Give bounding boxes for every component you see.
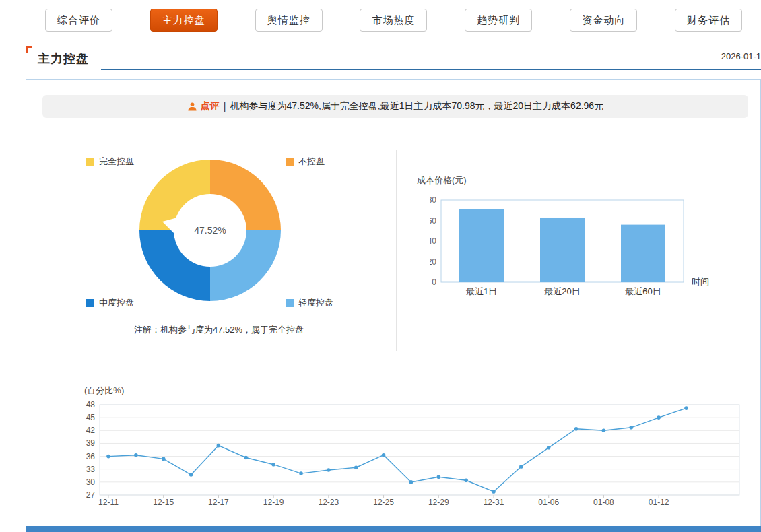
tab-item-1[interactable]: 主力控盘 (150, 9, 218, 32)
participation-line-svg: 273033363942454812-1112-1512-1712-1912-2… (73, 397, 754, 511)
tab-item-0[interactable]: 综合评价 (45, 9, 112, 32)
svg-text:45: 45 (86, 413, 96, 422)
comment-text: 机构参与度为47.52%,属于完全控盘,最近1日主力成本70.98元，最近20日… (230, 100, 603, 112)
cost-bar-svg: 020406080最近1日最近20日最近60日时间 (430, 188, 747, 312)
svg-text:47.52%: 47.52% (194, 225, 226, 236)
tab-item-6[interactable]: 财务评估 (675, 9, 742, 32)
tab-item-4[interactable]: 趋势研判 (465, 9, 532, 32)
legend-top-right: 不控盘 (286, 156, 325, 168)
svg-text:01-06: 01-06 (538, 498, 559, 507)
svg-text:12-25: 12-25 (373, 498, 394, 507)
svg-text:40: 40 (430, 236, 436, 246)
legend-swatch-icon (286, 299, 294, 307)
legend-label: 中度控盘 (99, 297, 134, 309)
svg-text:12-19: 12-19 (263, 498, 284, 507)
legend-label: 轻度控盘 (298, 297, 333, 309)
svg-text:30: 30 (86, 477, 96, 487)
svg-text:时间: 时间 (692, 277, 709, 287)
legend-swatch-icon (86, 299, 94, 307)
bottom-bar (26, 526, 761, 532)
comment-label: 点评 (201, 100, 220, 112)
legend-swatch-icon (86, 158, 94, 166)
svg-text:20: 20 (430, 257, 436, 267)
legend-label: 不控盘 (298, 156, 325, 168)
comment-separator: | (224, 101, 226, 112)
svg-text:39: 39 (86, 438, 96, 448)
svg-text:60: 60 (430, 216, 436, 226)
svg-text:最近20日: 最近20日 (544, 286, 580, 296)
content-panel: 点评 | 机构参与度为47.52%,属于完全控盘,最近1日主力成本70.98元，… (26, 79, 761, 532)
legend-bottom-right: 轻度控盘 (286, 297, 333, 309)
svg-text:48: 48 (86, 400, 96, 409)
tab-bar: 综合评价主力控盘舆情监控市场热度趋势研判资金动向财务评估 (45, 9, 742, 32)
donut-note: 注解：机构参与度为47.52%，属于完全控盘 (134, 324, 304, 336)
svg-text:12-29: 12-29 (428, 498, 449, 507)
svg-text:36: 36 (86, 452, 96, 461)
legend-swatch-icon (286, 158, 294, 166)
svg-text:最近1日: 最近1日 (466, 286, 497, 296)
svg-text:12-31: 12-31 (484, 498, 504, 507)
page-title: 主力控盘 (38, 51, 89, 67)
tab-item-5[interactable]: 资金动向 (570, 9, 637, 32)
svg-text:01-12: 01-12 (649, 498, 669, 507)
svg-text:01-08: 01-08 (593, 498, 614, 507)
header-underline (101, 69, 761, 70)
line-chart-title: (百分比%) (84, 385, 124, 397)
tab-item-3[interactable]: 市场热度 (360, 9, 427, 32)
svg-text:33: 33 (86, 465, 96, 474)
svg-text:27: 27 (86, 490, 96, 500)
corner-bracket-icon (26, 46, 32, 53)
vertical-divider (396, 150, 397, 351)
svg-text:80: 80 (430, 195, 436, 205)
commentator-icon (187, 102, 197, 112)
svg-text:最近60日: 最近60日 (625, 286, 661, 296)
legend-label: 完全控盘 (99, 156, 134, 168)
control-donut-svg: 47.52% (133, 153, 288, 308)
svg-text:0: 0 (432, 277, 436, 287)
bar-chart-title: 成本价格(元) (417, 174, 467, 187)
legend-bottom-left: 中度控盘 (86, 297, 134, 309)
svg-text:12-17: 12-17 (208, 498, 229, 507)
section-header: 主力控盘 2026-01-1 (0, 44, 761, 75)
svg-text:12-11: 12-11 (98, 498, 119, 507)
legend-top-left: 完全控盘 (86, 156, 134, 168)
comment-bar: 点评 | 机构参与度为47.52%,属于完全控盘,最近1日主力成本70.98元，… (42, 95, 748, 118)
report-date: 2026-01-1 (721, 51, 761, 61)
svg-text:12-15: 12-15 (153, 498, 174, 507)
tab-item-2[interactable]: 舆情监控 (255, 9, 323, 32)
svg-text:12-23: 12-23 (319, 498, 339, 507)
svg-text:42: 42 (86, 426, 96, 435)
